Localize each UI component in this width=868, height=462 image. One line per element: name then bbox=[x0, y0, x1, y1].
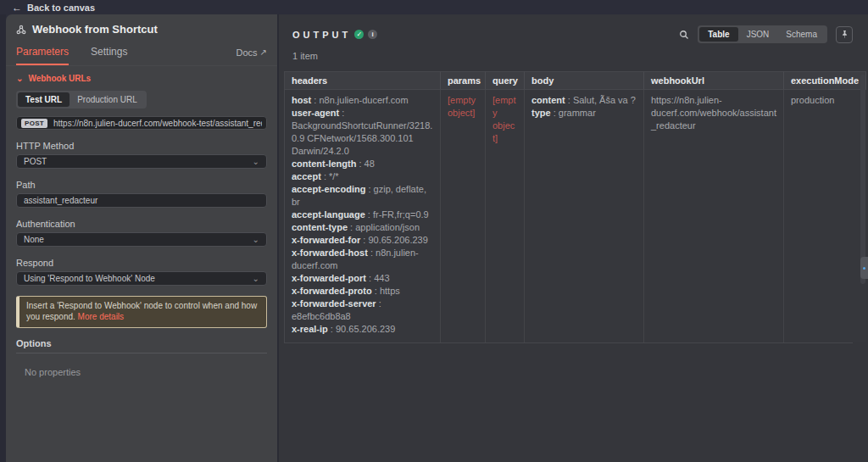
column-header-params: params bbox=[441, 71, 486, 90]
chevron-down-icon: ⌄ bbox=[253, 238, 259, 242]
key-value-pair: x-forwarded-port : 443 bbox=[292, 272, 433, 285]
back-to-canvas-button[interactable]: ← Back to canvas bbox=[12, 3, 95, 13]
output-view-toggle: Table JSON Schema bbox=[698, 25, 827, 43]
n8n-node-detail-view: ← Back to canvas Webhook from Shortcut P… bbox=[0, 0, 868, 462]
respond-label: Respond bbox=[16, 258, 267, 268]
key-value-pair: content-length : 48 bbox=[292, 158, 433, 170]
path-value: assistant_redacteur bbox=[24, 196, 259, 205]
node-title: Webhook from Shortcut bbox=[32, 23, 158, 36]
path-field: Path assistant_redacteur bbox=[16, 180, 267, 208]
pin-icon bbox=[840, 30, 849, 39]
output-panel: OUTPUT ✓ i Table JSON Schema bbox=[277, 14, 868, 462]
cell-params: [empty object] bbox=[441, 90, 486, 342]
chevron-down-icon: ⌄ bbox=[253, 277, 259, 281]
key-value-pair: x-forwarded-server : e8efbc6db8a8 bbox=[292, 298, 433, 323]
column-header-webhookurl: webhookUrl bbox=[644, 71, 784, 90]
column-header-query: query bbox=[486, 71, 525, 90]
webhook-test-url: https://n8n.julien-ducerf.com/webhook-te… bbox=[53, 119, 262, 128]
path-label: Path bbox=[16, 180, 267, 190]
external-link-icon: ↗ bbox=[260, 47, 267, 57]
parameters-form: ⌄ Webhook URLs Test URL Production URL P… bbox=[6, 66, 277, 462]
back-to-canvas-label: Back to canvas bbox=[27, 3, 95, 13]
output-title: OUTPUT bbox=[292, 30, 351, 40]
cell-body: content : Salut, Ãša va ?type : grammar bbox=[525, 90, 644, 342]
url-mode-toggle: Test URL Production URL bbox=[16, 91, 147, 109]
key-value-pair: x-forwarded-host : n8n.julien-ducerf.com bbox=[292, 247, 433, 272]
key-value-pair: host : n8n.julien-ducerf.com bbox=[292, 94, 433, 107]
output-header: OUTPUT ✓ i Table JSON Schema bbox=[292, 25, 853, 43]
authentication-label: Authentication bbox=[16, 219, 267, 229]
key-value-pair: type : grammar bbox=[531, 107, 637, 120]
back-arrow-icon: ← bbox=[12, 3, 22, 13]
info-icon: i bbox=[368, 30, 377, 39]
output-toolbar: Table JSON Schema bbox=[679, 25, 853, 43]
check-circle-icon: ✓ bbox=[354, 30, 364, 39]
authentication-value: None bbox=[24, 235, 253, 244]
cell-headers: host : n8n.julien-ducerf.comuser-agent :… bbox=[285, 90, 441, 342]
topbar: ← Back to canvas bbox=[0, 0, 868, 14]
key-value-pair: x-forwarded-for : 90.65.206.239 bbox=[292, 234, 433, 247]
items-count: 1 item bbox=[292, 51, 853, 61]
search-icon[interactable] bbox=[679, 30, 689, 40]
tab-parameters[interactable]: Parameters bbox=[16, 39, 69, 65]
respond-field: Respond Using 'Respond to Webhook' Node … bbox=[16, 258, 267, 286]
key-value-pair: accept : */* bbox=[292, 170, 433, 183]
more-details-link[interactable]: More details bbox=[78, 312, 124, 321]
respond-select[interactable]: Using 'Respond to Webhook' Node ⌄ bbox=[16, 271, 267, 286]
output-table: headers params query body webhookUrl exe… bbox=[284, 71, 853, 343]
column-header-executionmode: executionMode bbox=[784, 71, 866, 90]
node-header: Webhook from Shortcut bbox=[6, 14, 277, 39]
resize-grip-dot bbox=[863, 267, 865, 270]
notice-text: Insert a 'Respond to Webhook' node to co… bbox=[26, 301, 257, 321]
chevron-down-icon: ⌄ bbox=[253, 160, 259, 164]
key-value-pair: accept-language : fr-FR,fr;q=0.9 bbox=[292, 209, 433, 221]
key-value-pair: accept-encoding : gzip, deflate, br bbox=[292, 183, 433, 209]
column-header-headers: headers bbox=[285, 71, 441, 90]
authentication-select[interactable]: None ⌄ bbox=[16, 232, 267, 247]
http-method-label: HTTP Method bbox=[16, 141, 267, 151]
docs-label: Docs bbox=[236, 47, 258, 58]
test-url-button[interactable]: Test URL bbox=[18, 92, 70, 107]
key-value-pair: x-real-ip : 90.65.206.239 bbox=[292, 323, 433, 336]
cell-executionmode: production bbox=[784, 90, 866, 342]
no-properties-text: No properties bbox=[25, 367, 267, 377]
column-header-body: body bbox=[525, 71, 644, 90]
path-input[interactable]: assistant_redacteur bbox=[16, 193, 267, 208]
authentication-field: Authentication None ⌄ bbox=[16, 219, 267, 247]
webhook-icon bbox=[16, 25, 26, 35]
panel-resize-handle[interactable] bbox=[860, 257, 868, 279]
key-value-pair: content-type : application/json bbox=[292, 221, 433, 234]
webhook-urls-section-toggle[interactable]: ⌄ Webhook URLs bbox=[16, 74, 267, 83]
http-method-field: HTTP Method POST ⌄ bbox=[16, 141, 267, 169]
http-method-value: POST bbox=[24, 157, 253, 166]
key-value-pair: user-agent : BackgroundShortcutRunner/32… bbox=[292, 107, 433, 158]
webhook-url-display[interactable]: POST https://n8n.julien-ducerf.com/webho… bbox=[16, 116, 267, 130]
canvas-backdrop-strip bbox=[0, 14, 6, 462]
cell-query: [empty object] bbox=[486, 90, 525, 342]
view-tab-schema[interactable]: Schema bbox=[777, 27, 826, 42]
http-method-select[interactable]: POST ⌄ bbox=[16, 154, 267, 169]
options-section-label: Options bbox=[16, 338, 267, 353]
view-tab-table[interactable]: Table bbox=[699, 27, 737, 42]
key-value-pair: content : Salut, Ãša va ? bbox=[531, 94, 637, 107]
respond-webhook-notice: Insert a 'Respond to Webhook' node to co… bbox=[16, 296, 267, 328]
node-settings-panel: Webhook from Shortcut Parameters Setting… bbox=[6, 14, 277, 462]
panel-tabs: Parameters Settings Docs ↗ bbox=[6, 39, 277, 66]
cell-webhookurl: https://n8n.julien-ducerf.com/webhook/as… bbox=[644, 90, 784, 342]
http-method-badge: POST bbox=[21, 119, 47, 128]
pin-data-button[interactable] bbox=[836, 26, 853, 43]
docs-link[interactable]: Docs ↗ bbox=[236, 47, 267, 58]
webhook-urls-section-label: Webhook URLs bbox=[28, 74, 91, 83]
view-tab-json[interactable]: JSON bbox=[738, 27, 778, 42]
key-value-pair: x-forwarded-proto : https bbox=[292, 285, 433, 298]
respond-value: Using 'Respond to Webhook' Node bbox=[24, 274, 253, 283]
main-area: Webhook from Shortcut Parameters Setting… bbox=[0, 14, 868, 462]
output-scrollbar[interactable] bbox=[860, 75, 865, 284]
tab-settings[interactable]: Settings bbox=[91, 39, 127, 65]
chevron-down-icon: ⌄ bbox=[16, 76, 23, 81]
production-url-button[interactable]: Production URL bbox=[70, 92, 145, 107]
